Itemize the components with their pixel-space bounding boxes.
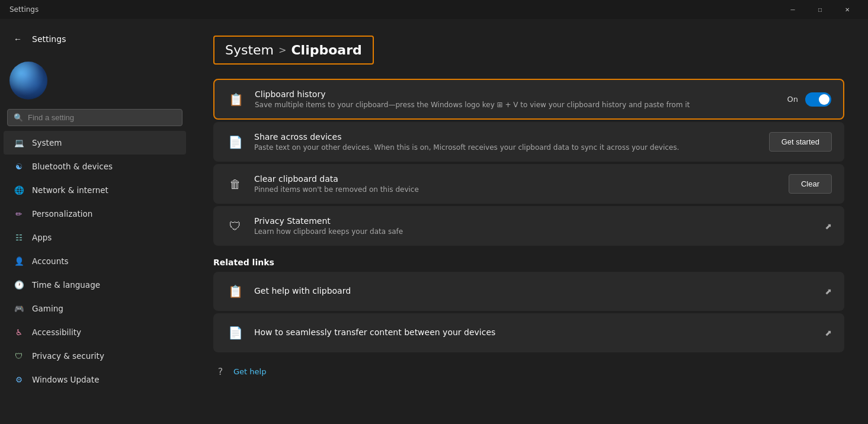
gaming-icon: 🎮	[13, 303, 25, 314]
time-icon: 🕐	[13, 279, 25, 291]
nav-list: 💻 System ☯ Bluetooth & devices 🌐 Network…	[0, 131, 190, 391]
sidebar-item-accessibility[interactable]: ♿ Accessibility	[4, 320, 186, 344]
sidebar-header: ← Settings	[0, 24, 190, 57]
bluetooth-icon: ☯	[13, 160, 25, 172]
avatar	[9, 62, 47, 99]
sidebar-item-bluetooth[interactable]: ☯ Bluetooth & devices	[4, 155, 186, 178]
related-title-transfer-content: How to seamlessly transfer content betwe…	[254, 327, 815, 337]
setting-text-clear-clipboard: Clear clipboard data Pinned items won't …	[254, 174, 779, 194]
setting-card-privacy-statement: 🛡 Privacy Statement Learn how clipboard …	[213, 206, 844, 246]
setting-icon-clear-clipboard: 🗑	[226, 175, 245, 194]
system-icon: 💻	[13, 137, 25, 149]
sidebar-item-personalization[interactable]: ✏ Personalization	[4, 202, 186, 226]
help-icon: ?	[213, 364, 228, 378]
sidebar-item-label: Bluetooth & devices	[32, 162, 113, 171]
sidebar-app-title: Settings	[32, 34, 66, 44]
share-across-devices-button[interactable]: Get started	[769, 132, 832, 152]
setting-desc-clipboard-history: Save multiple items to your clipboard—pr…	[255, 101, 778, 109]
setting-title-privacy-statement: Privacy Statement	[254, 216, 815, 226]
related-text-help-clipboard: Get help with clipboard	[254, 286, 815, 297]
setting-card-clear-clipboard: 🗑 Clear clipboard data Pinned items won'…	[213, 164, 844, 204]
titlebar-title: Settings	[9, 5, 39, 14]
setting-icon-clipboard-history: 📋	[226, 90, 245, 109]
sidebar-item-privacy[interactable]: 🛡 Privacy & security	[4, 344, 186, 368]
setting-desc-clear-clipboard: Pinned items won't be removed on this de…	[254, 185, 779, 194]
setting-title-share-across-devices: Share across devices	[254, 132, 760, 142]
privacy-icon: 🛡	[13, 350, 25, 362]
related-text-transfer-content: How to seamlessly transfer content betwe…	[254, 327, 815, 339]
setting-desc-privacy-statement: Learn how clipboard keeps your data safe	[254, 227, 815, 236]
setting-text-share-across-devices: Share across devices Paste text on your …	[254, 132, 760, 152]
main-content: System > Clipboard 📋 Clipboard history S…	[190, 19, 868, 424]
update-icon: ⚙	[13, 374, 25, 386]
related-links-label: Related links	[213, 258, 844, 267]
settings-list: 📋 Clipboard history Save multiple items …	[213, 79, 844, 246]
sidebar-item-system[interactable]: 💻 System	[4, 131, 186, 155]
related-icon-transfer-content: 📄	[226, 323, 245, 342]
breadcrumb-separator: >	[278, 44, 286, 56]
search-icon: 🔍	[14, 113, 23, 122]
sidebar-item-label: Personalization	[32, 209, 92, 219]
sidebar-item-time[interactable]: 🕐 Time & language	[4, 273, 186, 297]
related-icon-help-clipboard: 📋	[226, 282, 245, 301]
setting-text-privacy-statement: Privacy Statement Learn how clipboard ke…	[254, 216, 815, 236]
clear-clipboard-button[interactable]: Clear	[789, 174, 832, 194]
sidebar-item-label: Accounts	[32, 256, 69, 266]
sidebar-item-update[interactable]: ⚙ Windows Update	[4, 368, 186, 391]
toggle-action: On	[787, 92, 831, 107]
sidebar-item-accounts[interactable]: 👤 Accounts	[4, 249, 186, 273]
clipboard-history-toggle[interactable]	[805, 92, 831, 107]
related-link-transfer-content[interactable]: 📄 How to seamlessly transfer content bet…	[213, 313, 844, 352]
setting-title-clear-clipboard: Clear clipboard data	[254, 174, 779, 184]
setting-card-clipboard-history: 📋 Clipboard history Save multiple items …	[213, 79, 844, 120]
setting-icon-share-across-devices: 📄	[226, 133, 245, 152]
toggle-label: On	[787, 95, 798, 104]
get-help-row: ? Get help	[213, 364, 844, 378]
titlebar: Settings ─ □ ✕	[0, 0, 868, 19]
sidebar-item-label: Time & language	[32, 280, 100, 290]
personalization-icon: ✏	[13, 208, 25, 220]
sidebar-item-label: Gaming	[32, 304, 63, 313]
titlebar-controls: ─ □ ✕	[779, 0, 861, 19]
maximize-button[interactable]: □	[806, 0, 834, 19]
accessibility-icon: ♿	[13, 326, 25, 338]
sidebar-item-label: Privacy & security	[32, 351, 104, 361]
apps-icon: ☷	[13, 232, 25, 243]
setting-card-share-across-devices: 📄 Share across devices Paste text on you…	[213, 122, 844, 162]
sidebar-item-gaming[interactable]: 🎮 Gaming	[4, 297, 186, 320]
related-link-help-clipboard[interactable]: 📋 Get help with clipboard ⬈	[213, 272, 844, 311]
back-button[interactable]: ←	[9, 31, 26, 47]
setting-title-clipboard-history: Clipboard history	[255, 89, 778, 99]
external-link-icon: ⬈	[825, 221, 832, 231]
breadcrumb-page: Clipboard	[291, 43, 361, 57]
related-links-list: 📋 Get help with clipboard ⬈ 📄 How to sea…	[213, 272, 844, 352]
related-title-help-clipboard: Get help with clipboard	[254, 286, 815, 295]
close-button[interactable]: ✕	[834, 0, 861, 19]
sidebar-item-label: Network & internet	[32, 185, 108, 195]
search-container: 🔍	[0, 109, 190, 131]
sidebar-item-label: Accessibility	[32, 327, 81, 337]
app-body: ← Settings 🔍 💻 System ☯ Bluetooth & devi…	[0, 19, 868, 424]
minimize-button[interactable]: ─	[779, 0, 806, 19]
related-external-link-icon-transfer-content: ⬈	[825, 328, 832, 338]
search-box: 🔍	[7, 109, 182, 126]
accounts-icon: 👤	[13, 255, 25, 267]
setting-text-clipboard-history: Clipboard history Save multiple items to…	[255, 89, 778, 109]
sidebar-item-network[interactable]: 🌐 Network & internet	[4, 178, 186, 202]
sidebar-item-apps[interactable]: ☷ Apps	[4, 226, 186, 249]
network-icon: 🌐	[13, 184, 25, 196]
get-help-link[interactable]: Get help	[233, 367, 266, 376]
sidebar-item-label: System	[32, 138, 62, 147]
breadcrumb-system: System	[225, 43, 274, 57]
setting-icon-privacy-statement: 🛡	[226, 217, 245, 236]
search-input[interactable]	[28, 113, 176, 122]
related-external-link-icon-help-clipboard: ⬈	[825, 287, 832, 296]
sidebar: ← Settings 🔍 💻 System ☯ Bluetooth & devi…	[0, 19, 190, 424]
breadcrumb: System > Clipboard	[213, 36, 374, 65]
setting-desc-share-across-devices: Paste text on your other devices. When t…	[254, 143, 760, 152]
sidebar-item-label: Apps	[32, 233, 52, 242]
sidebar-item-label: Windows Update	[32, 375, 99, 384]
